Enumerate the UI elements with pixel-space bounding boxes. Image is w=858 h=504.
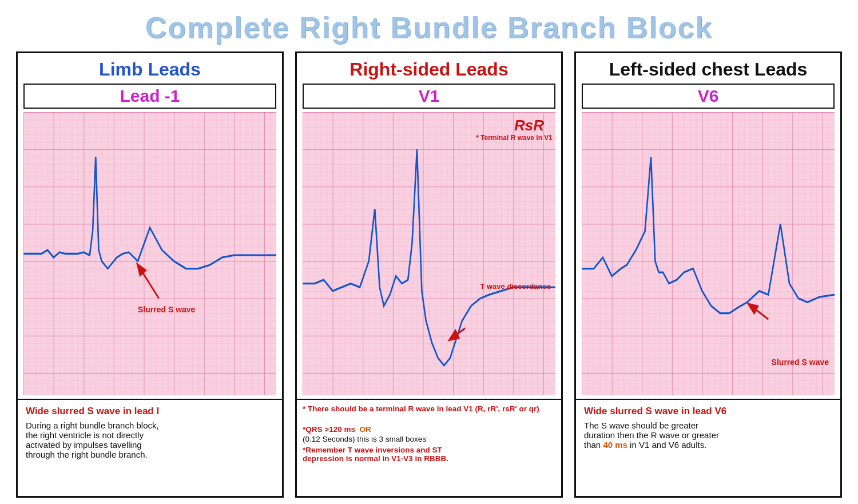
left-leads-header: Left-sided chest Leads xyxy=(576,53,840,84)
lead-label-right: V1 xyxy=(303,84,555,109)
info-title-limb: Wide slurred S wave in lead I xyxy=(26,406,274,417)
info-box-right: * There should be a terminal R wave in l… xyxy=(297,399,561,496)
info-body-limb: During a right bundle branch block,the r… xyxy=(26,420,274,459)
info-line-2-right xyxy=(303,415,555,424)
left-leads-panel: Left-sided chest Leads V6 xyxy=(574,51,842,498)
svg-rect-7 xyxy=(582,112,835,395)
right-leads-header: Right-sided Leads xyxy=(297,53,561,84)
ecg-area-right: RsR * Terminal R wave in V1 T wave disco… xyxy=(303,112,555,395)
limb-leads-panel: Limb Leads Lead -1 xyxy=(16,51,284,498)
ecg-area-left: Slurred S wave xyxy=(582,112,835,395)
lead-label-left: V6 xyxy=(582,84,835,109)
main-title: Complete Right Bundle Branch Block xyxy=(0,0,858,51)
info-line-4-right: (0.12 Seconds) this is 3 small boxes xyxy=(303,435,555,443)
info-line-5-right: *Remember T wave inversions and STdepres… xyxy=(303,446,555,463)
slurred-s-label-left: Slurred S wave xyxy=(772,358,829,367)
right-leads-panel: Right-sided Leads V1 xyxy=(295,51,563,498)
t-wave-label: T wave discordance xyxy=(480,282,551,291)
terminal-r-label: * Terminal R wave in V1 xyxy=(476,134,553,142)
info-box-limb: Wide slurred S wave in lead I During a r… xyxy=(18,399,282,496)
info-box-left: Wide slurred S wave in lead V6 The S wav… xyxy=(576,399,840,496)
info-line-3-right: *QRS >120 ms OR xyxy=(303,425,555,434)
lead-label-limb: Lead -1 xyxy=(23,84,276,109)
svg-rect-1 xyxy=(23,112,276,395)
info-body-left: The S wave should be greaterduration the… xyxy=(584,420,832,450)
rsr-label: RsR xyxy=(514,117,544,134)
info-line-1-right: * There should be a terminal R wave in l… xyxy=(303,404,555,413)
limb-leads-header: Limb Leads xyxy=(18,53,282,84)
info-title-left: Wide slurred S wave in lead V6 xyxy=(584,406,832,417)
svg-rect-4 xyxy=(303,112,555,395)
ecg-area-limb: Slurred S wave xyxy=(23,112,276,395)
